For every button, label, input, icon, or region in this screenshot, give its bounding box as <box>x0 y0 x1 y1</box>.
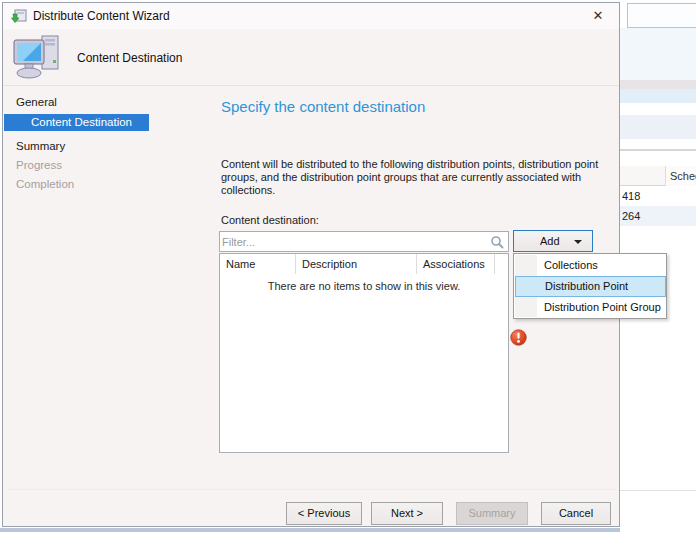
table-row: 264 <box>620 206 696 226</box>
page-heading: Specify the content destination <box>221 98 425 115</box>
menu-item-distribution-point[interactable]: Distribution Point <box>515 276 666 297</box>
background-ribbon-band <box>620 28 696 80</box>
wizard-page-title: Content Destination <box>77 51 182 65</box>
column-header-name[interactable]: Name <box>220 254 296 274</box>
chevron-down-icon <box>574 240 582 244</box>
distribute-content-wizard-dialog: Distribute Content Wizard ✕ Content Dest… <box>2 2 620 527</box>
nav-item-summary[interactable]: Summary <box>3 137 149 156</box>
background-breadcrumb-band <box>620 115 696 139</box>
background-column-schedule: Sched <box>665 166 696 186</box>
background-subtoolbar-band <box>620 89 696 103</box>
background-table-header: Sched <box>620 166 696 186</box>
content-destination-label: Content destination: <box>221 214 319 226</box>
footer-separator <box>9 489 615 490</box>
nav-item-content-destination[interactable]: Content Destination <box>4 114 149 131</box>
cancel-button[interactable]: Cancel <box>541 502 611 525</box>
error-icon <box>510 329 527 346</box>
add-dropdown-menu: Collections Distribution Point Distribut… <box>513 253 667 319</box>
list-header: Name Description Associations <box>220 254 508 274</box>
nav-item-general[interactable]: General <box>3 93 149 112</box>
menu-item-collections[interactable]: Collections <box>515 255 666 276</box>
page-description: Content will be distributed to the follo… <box>221 158 615 197</box>
background-divider-band <box>620 80 696 89</box>
title-bar: Distribute Content Wizard ✕ <box>3 3 619 29</box>
dialog-bottom-edge <box>0 528 620 532</box>
content-destination-list[interactable]: Name Description Associations There are … <box>219 253 509 453</box>
filter-box <box>219 231 509 252</box>
next-button[interactable]: Next > <box>371 502 443 525</box>
summary-button: Summary <box>456 502 528 525</box>
computer-icon <box>12 33 64 83</box>
background-separator <box>620 149 696 151</box>
menu-item-distribution-point-group[interactable]: Distribution Point Group <box>515 297 666 318</box>
close-icon[interactable]: ✕ <box>589 7 607 25</box>
nav-item-progress: Progress <box>3 156 149 175</box>
app-icon <box>11 8 27 24</box>
wizard-header: Content Destination <box>3 29 619 86</box>
table-row: 418 <box>620 186 696 206</box>
column-header-associations[interactable]: Associations <box>417 254 495 274</box>
add-button-label: Add <box>540 235 560 247</box>
background-toolbar-box <box>627 3 696 28</box>
wizard-nav: General Content Destination Summary Prog… <box>3 93 149 194</box>
window-title: Distribute Content Wizard <box>33 9 170 23</box>
filter-input[interactable] <box>222 233 484 250</box>
column-header-description[interactable]: Description <box>296 254 417 274</box>
background-separator <box>620 490 696 491</box>
previous-button[interactable]: < Previous <box>286 502 362 525</box>
search-icon[interactable] <box>490 235 504 249</box>
nav-item-completion: Completion <box>3 175 149 194</box>
empty-list-message: There are no items to show in this view. <box>220 280 508 292</box>
add-button[interactable]: Add <box>513 230 593 252</box>
